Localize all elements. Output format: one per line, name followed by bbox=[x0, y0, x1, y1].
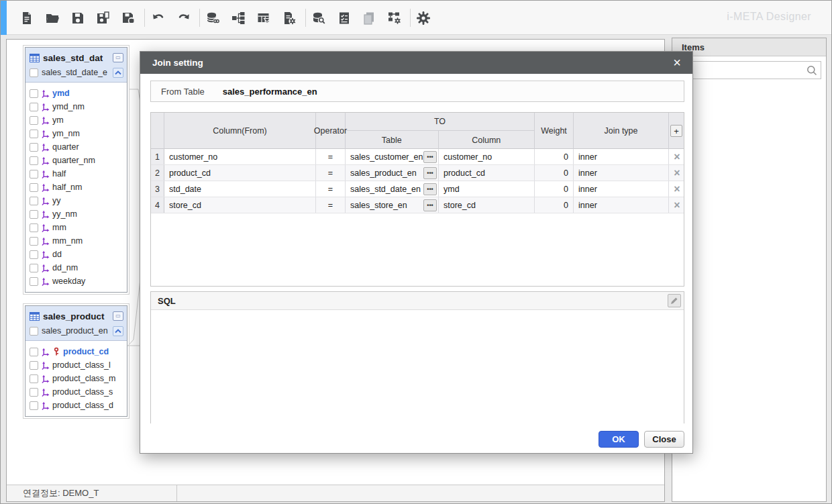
table-picker-button[interactable]: ••• bbox=[423, 167, 437, 179]
new-document-icon[interactable] bbox=[17, 8, 37, 28]
er-diagram-icon[interactable] bbox=[228, 8, 248, 28]
close-icon[interactable]: × bbox=[668, 54, 686, 71]
to-table-cell[interactable]: sales_product_en••• bbox=[346, 165, 439, 181]
column-checkbox[interactable] bbox=[30, 89, 38, 98]
table-picker-button[interactable]: ••• bbox=[423, 151, 437, 163]
column-row[interactable]: ymd_nm bbox=[30, 100, 127, 113]
column-row[interactable]: product_class_d bbox=[30, 399, 127, 412]
table-picker-button[interactable]: ••• bbox=[423, 183, 437, 195]
table-card[interactable]: sales_std_dat ▭ sales_std_date_e ymdymd_… bbox=[25, 47, 127, 293]
save-icon[interactable] bbox=[68, 8, 88, 28]
table-checkbox[interactable] bbox=[30, 68, 38, 77]
operator-cell[interactable]: = bbox=[316, 165, 346, 181]
to-column-cell[interactable]: customer_no bbox=[439, 149, 535, 164]
column-checkbox[interactable] bbox=[30, 183, 38, 192]
weight-cell[interactable]: 0 bbox=[535, 197, 574, 213]
memo-icon[interactable]: ▭ bbox=[113, 311, 123, 321]
validation-list-icon[interactable] bbox=[334, 8, 354, 28]
column-checkbox[interactable] bbox=[30, 401, 38, 410]
table-checkbox[interactable] bbox=[30, 327, 38, 336]
column-checkbox[interactable] bbox=[30, 156, 38, 165]
to-column-cell[interactable]: product_cd bbox=[439, 165, 535, 181]
from-column-cell[interactable]: store_cd bbox=[164, 197, 316, 213]
join-type-cell[interactable]: inner bbox=[574, 165, 669, 181]
delete-row-button[interactable]: × bbox=[674, 152, 680, 162]
operator-cell[interactable]: = bbox=[316, 149, 346, 164]
add-row-button[interactable]: + bbox=[670, 125, 682, 137]
database-search-icon[interactable] bbox=[309, 8, 329, 28]
collapse-button[interactable] bbox=[113, 68, 123, 78]
delete-row-button[interactable]: × bbox=[674, 200, 680, 211]
column-checkbox[interactable] bbox=[30, 143, 38, 152]
column-checkbox[interactable] bbox=[30, 264, 38, 272]
dialog-titlebar[interactable]: Join setting × bbox=[140, 52, 692, 74]
to-table-cell[interactable]: sales_customer_en••• bbox=[346, 149, 439, 164]
items-search-input[interactable] bbox=[682, 63, 802, 77]
column-row[interactable]: product_class_m bbox=[30, 372, 127, 385]
join-type-cell[interactable]: inner bbox=[574, 149, 669, 164]
from-column-cell[interactable]: product_cd bbox=[164, 165, 316, 181]
column-row[interactable]: weekday bbox=[30, 274, 127, 288]
close-button[interactable]: Close bbox=[644, 431, 684, 448]
column-row[interactable]: product_class_s bbox=[30, 385, 127, 399]
column-row[interactable]: product_class_l bbox=[30, 358, 127, 372]
column-row[interactable]: dd bbox=[30, 248, 127, 261]
copy-document-icon[interactable] bbox=[359, 8, 379, 28]
weight-cell[interactable]: 0 bbox=[535, 165, 574, 181]
column-row[interactable]: mm bbox=[30, 221, 127, 234]
column-checkbox[interactable] bbox=[30, 130, 38, 138]
column-checkbox[interactable] bbox=[30, 361, 38, 370]
column-checkbox[interactable] bbox=[30, 170, 38, 179]
edit-sql-button[interactable] bbox=[668, 294, 681, 307]
to-table-cell[interactable]: sales_store_en••• bbox=[346, 197, 439, 213]
column-checkbox[interactable] bbox=[30, 237, 38, 246]
from-column-cell[interactable]: customer_no bbox=[164, 149, 316, 164]
document-settings-icon[interactable] bbox=[279, 8, 299, 28]
column-row[interactable]: half_nm bbox=[30, 181, 127, 194]
to-column-cell[interactable]: store_cd bbox=[439, 197, 535, 213]
memo-icon[interactable]: ▭ bbox=[113, 53, 123, 62]
column-row[interactable]: half bbox=[30, 167, 127, 181]
column-checkbox[interactable] bbox=[30, 250, 38, 259]
to-column-cell[interactable]: ymd bbox=[439, 181, 535, 197]
column-checkbox[interactable] bbox=[30, 348, 38, 356]
delete-row-button[interactable]: × bbox=[674, 184, 680, 195]
from-column-cell[interactable]: std_date bbox=[164, 181, 316, 197]
items-search-box[interactable] bbox=[677, 61, 821, 79]
weight-cell[interactable]: 0 bbox=[535, 149, 574, 164]
column-checkbox[interactable] bbox=[30, 223, 38, 232]
column-checkbox[interactable] bbox=[30, 116, 38, 125]
column-row[interactable]: quarter_nm bbox=[30, 154, 127, 167]
table-filter-icon[interactable] bbox=[254, 8, 274, 28]
column-row[interactable]: ymd bbox=[30, 87, 127, 100]
column-row[interactable]: ym_nm bbox=[30, 127, 127, 140]
column-row[interactable]: yy_nm bbox=[30, 207, 127, 221]
column-row[interactable]: mm_nm bbox=[30, 234, 127, 248]
column-checkbox[interactable] bbox=[30, 210, 38, 219]
column-row[interactable]: dd_nm bbox=[30, 261, 127, 274]
table-card[interactable]: sales_product ▭ sales_product_en product… bbox=[25, 305, 127, 417]
column-checkbox[interactable] bbox=[30, 277, 38, 286]
column-checkbox[interactable] bbox=[30, 103, 38, 111]
sql-content[interactable] bbox=[151, 310, 684, 423]
open-file-icon[interactable] bbox=[42, 8, 62, 28]
column-checkbox[interactable] bbox=[30, 388, 38, 397]
column-checkbox[interactable] bbox=[30, 374, 38, 383]
ok-button[interactable]: OK bbox=[599, 431, 639, 448]
database-link-icon[interactable] bbox=[203, 8, 223, 28]
settings-icon[interactable] bbox=[413, 8, 433, 28]
to-table-cell[interactable]: sales_std_date_en••• bbox=[346, 181, 439, 197]
delete-row-button[interactable]: × bbox=[674, 168, 680, 179]
weight-cell[interactable]: 0 bbox=[535, 181, 574, 197]
operator-cell[interactable]: = bbox=[316, 197, 346, 213]
column-row[interactable]: yy bbox=[30, 194, 127, 207]
table-picker-button[interactable]: ••• bbox=[423, 199, 437, 211]
column-row[interactable]: quarter bbox=[30, 140, 127, 154]
column-row[interactable]: product_cd bbox=[30, 345, 127, 358]
column-row[interactable]: ym bbox=[30, 113, 127, 127]
undo-icon[interactable] bbox=[148, 8, 168, 28]
operator-cell[interactable]: = bbox=[316, 181, 346, 197]
join-type-cell[interactable]: inner bbox=[574, 181, 669, 197]
diagram-settings-icon[interactable] bbox=[384, 8, 405, 28]
column-checkbox[interactable] bbox=[30, 197, 38, 205]
